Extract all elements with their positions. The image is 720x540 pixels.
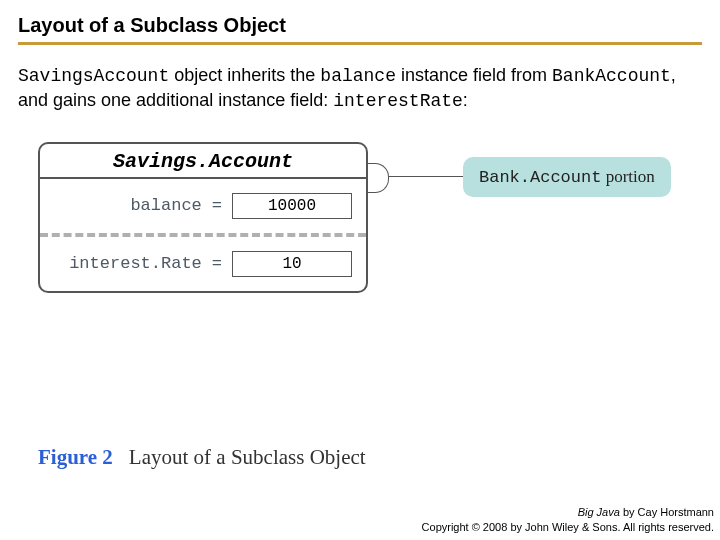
intro-code-bankaccount: BankAccount — [552, 66, 671, 86]
intro-code-balance: balance — [320, 66, 396, 86]
slide-title: Layout of a Subclass Object — [18, 14, 702, 45]
intro-text-1: object inherits the — [169, 65, 320, 85]
callout: Bank.Account portion — [388, 157, 671, 197]
figure-caption: Figure 2Layout of a Subclass Object — [38, 445, 366, 470]
footer-copyright: Copyright © 2008 by John Wiley & Sons. A… — [422, 520, 714, 534]
footer-book-title: Big Java — [578, 506, 620, 518]
callout-bubble: Bank.Account portion — [463, 157, 671, 197]
figure-caption-text: Layout of a Subclass Object — [129, 445, 366, 469]
intro-paragraph: SavingsAccount object inherits the balan… — [18, 63, 678, 114]
callout-text: portion — [601, 167, 654, 186]
field-name-balance: balance — [54, 196, 202, 215]
callout-connector — [388, 176, 463, 177]
field-value-balance: 10000 — [232, 193, 352, 219]
equals-sign: = — [212, 196, 222, 215]
intro-text-2: instance field from — [396, 65, 552, 85]
footer: Big Java by Cay Horstmann Copyright © 20… — [422, 505, 714, 534]
callout-code: Bank.Account — [479, 168, 601, 187]
intro-code-savingsaccount: SavingsAccount — [18, 66, 169, 86]
equals-sign: = — [212, 254, 222, 273]
field-value-interestrate: 10 — [232, 251, 352, 277]
object-box: Savings.Account balance = 10000 interest… — [38, 142, 368, 293]
footer-line1: Big Java by Cay Horstmann — [422, 505, 714, 519]
field-row-interestrate: interest.Rate = 10 — [40, 237, 366, 291]
field-row-balance: balance = 10000 — [40, 179, 366, 233]
intro-code-interestrate: interestRate — [333, 91, 463, 111]
diagram-area: Savings.Account balance = 10000 interest… — [38, 142, 698, 372]
figure-label: Figure 2 — [38, 445, 113, 469]
field-name-interestrate: interest.Rate — [54, 254, 202, 273]
footer-author: by Cay Horstmann — [620, 506, 714, 518]
object-class-name: Savings.Account — [40, 144, 366, 179]
intro-text-4: : — [463, 90, 468, 110]
